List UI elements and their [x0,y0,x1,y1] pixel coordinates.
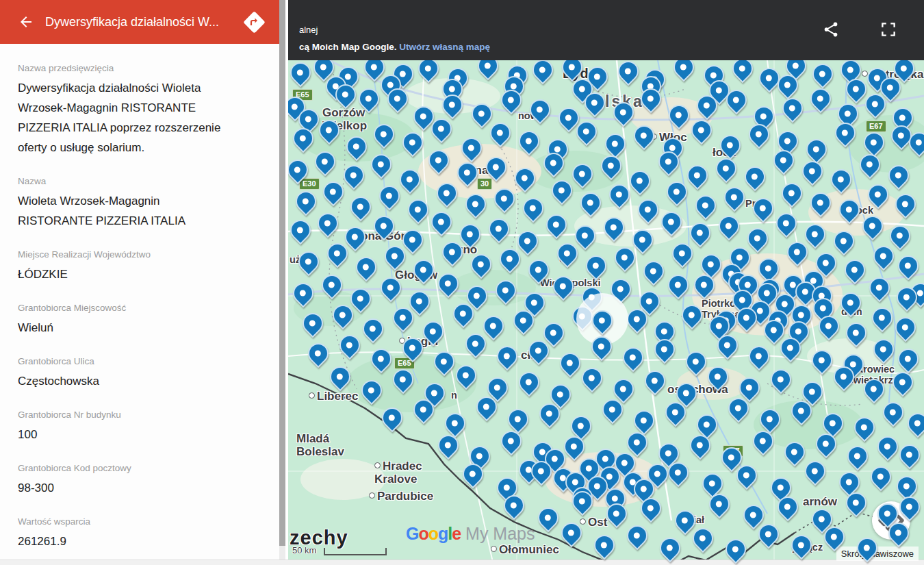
sidebar-fields: Nazwa przedsięwzięciaDywersyfikacja dzia… [0,44,279,560]
detail-field: Grantobiorca UlicaCzęstochowska [18,356,244,391]
field-label: Grantobiorca Miejscowość [18,303,244,313]
google-logo-letter: o [428,524,438,543]
field-value: Dywersyfikacja działalności Wioleta Wrzo… [18,78,231,158]
detail-field: Wartość wsparcia261261.9 [18,516,244,551]
field-value: 98-300 [18,478,231,498]
map-place-label: Pardubice [369,490,433,503]
map-canvas[interactable]: BydolskaGorzów WielkopnowawWłocłockOstro… [288,0,924,565]
map-place-label: Liberec [309,390,358,403]
field-label: Grantobiorca Ulica [18,356,244,366]
google-logo-letter: e [452,524,461,543]
map-attribution-bar: alnej cą Moich Map Google. Utwórz własną… [288,0,924,60]
detail-field: Nazwa przedsięwzięciaDywersyfikacja dzia… [18,63,244,158]
road-badge: E67 [866,121,886,132]
map-title-fragment: alnej [299,25,318,35]
place-dot-icon [491,546,497,552]
google-my-maps-logo: Google My Maps [406,524,535,544]
sidebar-scrollbar-thumb[interactable] [279,0,285,546]
field-label: Nazwa [18,176,244,186]
field-label: Miejsce Realizacji Województwo [18,249,244,260]
field-value: Wioleta Wrzosek-Magagnin RISTORANTE PIZZ… [18,191,231,231]
place-dot-icon [309,392,315,399]
detail-field: Grantobiorca MiejscowośćWieluń [18,303,244,338]
google-logo-letter: G [406,524,418,543]
detail-field: NazwaWioleta Wrzosek-Magagnin RISTORANTE… [18,176,244,231]
sidebar-header: Dywersyfikacja działalności W... [0,0,279,44]
map-place-label: Mladá Boleslav [296,433,344,458]
map-place-label: Ost [580,516,607,529]
detail-sidebar: Dywersyfikacja działalności W... Nazwa p… [0,0,279,565]
sidebar-scrollbar[interactable] [279,0,285,560]
field-value: 100 [18,425,231,444]
my-maps-wordmark: My Maps [461,524,535,543]
fullscreen-icon[interactable] [880,21,897,38]
directions-arrow [246,14,262,30]
field-label: Grantobiorca Nr budynku [18,410,244,420]
place-dot-icon [374,462,381,468]
map-place-label: n [451,390,457,401]
field-value: 261261.9 [18,531,231,551]
google-logo-letter: g [438,524,448,543]
place-dot-icon [580,518,586,525]
map-place-label: arnów [803,496,837,509]
directions-icon[interactable] [244,12,264,32]
map-scale-label: 50 km [292,545,316,555]
sidebar-title: Dywersyfikacja działalności W... [45,15,238,29]
field-value: ŁÓDZKIE [18,264,231,284]
map-place-label: Hradec Kralove [374,460,422,486]
field-value: Częstochowska [18,371,231,391]
field-value: Wieluń [18,318,231,338]
detail-field: Grantobiorca Kod pocztowy98-300 [18,463,244,498]
app-window: Dywersyfikacja działalności W... Nazwa p… [0,0,924,565]
map-scale-bar [324,548,387,555]
field-label: Grantobiorca Kod pocztowy [18,463,244,473]
map-place-label: Ołomuniec [491,544,559,557]
field-label: Nazwa przedsięwzięcia [18,63,244,73]
create-own-map-link[interactable]: Utwórz własną mapę [399,42,490,52]
map-attribution-text: cą Moich Map Google. Utwórz własną mapę [299,42,490,52]
back-arrow-icon[interactable] [18,14,34,30]
share-icon[interactable] [822,21,840,38]
detail-field: Grantobiorca Nr budynku100 [18,410,244,444]
field-label: Wartość wsparcia [18,516,244,527]
page-bottom-strip [0,560,924,565]
detail-field: Miejsce Realizacji WojewództwoŁÓDZKIE [18,249,244,284]
attribution-bold: cą Moich Map Google. [299,42,399,52]
google-logo-letter: o [418,524,428,543]
place-dot-icon [369,492,375,499]
road-badge: 30 [477,178,492,190]
